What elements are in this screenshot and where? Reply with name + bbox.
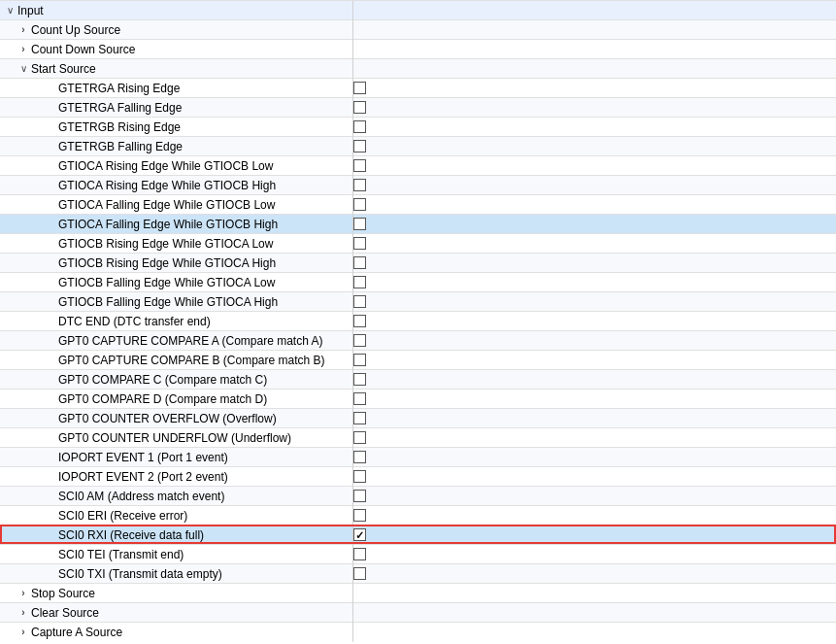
checkbox[interactable] <box>353 392 366 405</box>
tree-cell-checkbox[interactable] <box>353 218 392 230</box>
checkbox[interactable] <box>353 334 366 347</box>
tree-cell-checkbox[interactable] <box>353 451 392 463</box>
expand-icon[interactable]: › <box>17 627 29 638</box>
checkbox[interactable] <box>353 315 366 327</box>
tree-cell-checkbox[interactable] <box>353 198 392 211</box>
checkbox[interactable] <box>353 179 366 191</box>
checkbox[interactable] <box>353 159 366 172</box>
checkbox[interactable] <box>353 373 366 386</box>
tree-row[interactable]: GTETRGB Rising Edge <box>0 117 836 136</box>
tree-row[interactable]: GTETRGA Rising Edge <box>0 78 836 97</box>
tree-row[interactable]: SCI0 TEI (Transmit end) <box>0 544 836 563</box>
checkbox[interactable] <box>353 140 366 153</box>
checkbox[interactable] <box>353 101 366 114</box>
tree-row[interactable]: GTIOCB Rising Edge While GTIOCA High <box>0 253 836 272</box>
tree-cell-checkbox[interactable] <box>353 431 392 444</box>
tree-row[interactable]: GTIOCA Falling Edge While GTIOCB Low <box>0 194 836 214</box>
tree-row[interactable]: ∨Start Source <box>0 58 836 78</box>
checkbox[interactable] <box>353 490 366 502</box>
tree-row[interactable]: ›Capture A Source <box>0 622 836 641</box>
tree-cell-checkbox[interactable] <box>353 315 392 327</box>
tree-cell-label: ›Capture A Source <box>4 623 353 642</box>
tree-row[interactable]: GTIOCB Falling Edge While GTIOCA Low <box>0 272 836 291</box>
tree-row[interactable]: ›Count Down Source <box>0 39 836 58</box>
checkbox[interactable] <box>353 528 366 541</box>
checkbox[interactable] <box>353 82 366 94</box>
row-label-text: GPT0 CAPTURE COMPARE B (Compare match B) <box>58 351 325 370</box>
tree-row[interactable]: GPT0 COMPARE C (Compare match C) <box>0 369 836 389</box>
tree-cell-checkbox[interactable] <box>353 490 392 502</box>
tree-cell-checkbox[interactable] <box>353 120 392 133</box>
tree-cell-checkbox[interactable] <box>353 392 392 405</box>
tree-row[interactable]: GPT0 COUNTER OVERFLOW (Overflow) <box>0 408 836 427</box>
tree-row[interactable]: SCI0 AM (Address match event) <box>0 486 836 505</box>
tree-row[interactable]: ∨Input <box>0 0 836 19</box>
tree-cell-label: GTETRGB Rising Edge <box>4 118 353 137</box>
tree-cell-label: SCI0 TXI (Transmit data empty) <box>4 564 353 584</box>
row-label-text: SCI0 ERI (Receive error) <box>58 506 187 525</box>
tree-row[interactable]: GPT0 CAPTURE COMPARE A (Compare match A) <box>0 330 836 350</box>
tree-cell-checkbox[interactable] <box>353 159 392 172</box>
collapse-icon[interactable]: ∨ <box>4 5 16 17</box>
tree-cell-checkbox[interactable] <box>353 179 392 191</box>
row-label-text: Count Up Source <box>31 20 120 40</box>
tree-cell-checkbox[interactable] <box>353 276 392 288</box>
checkbox[interactable] <box>353 412 366 424</box>
tree-row[interactable]: GTIOCA Falling Edge While GTIOCB High <box>0 214 836 233</box>
expand-icon[interactable]: › <box>17 607 29 619</box>
checkbox[interactable] <box>353 451 366 463</box>
checkbox[interactable] <box>353 295 366 308</box>
checkbox[interactable] <box>353 218 366 230</box>
tree-row[interactable]: SCI0 RXI (Receive data full) <box>0 525 836 544</box>
tree-cell-checkbox[interactable] <box>353 237 392 250</box>
tree-cell-checkbox[interactable] <box>353 334 392 347</box>
tree-cell-checkbox[interactable] <box>353 548 392 560</box>
checkbox[interactable] <box>353 431 366 444</box>
tree-cell-checkbox[interactable] <box>353 509 392 522</box>
tree-row[interactable]: ›Count Up Source <box>0 19 836 39</box>
expand-icon[interactable]: › <box>17 44 29 55</box>
tree-cell-checkbox[interactable] <box>353 82 392 94</box>
tree-row[interactable]: SCI0 TXI (Transmit data empty) <box>0 563 836 583</box>
tree-cell-checkbox[interactable] <box>353 354 392 366</box>
tree-row[interactable]: SCI0 ERI (Receive error) <box>0 505 836 525</box>
checkbox[interactable] <box>353 256 366 269</box>
tree-row[interactable]: GPT0 COUNTER UNDERFLOW (Underflow) <box>0 427 836 447</box>
tree-cell-checkbox[interactable] <box>353 295 392 308</box>
tree-row[interactable]: GTIOCA Rising Edge While GTIOCB High <box>0 175 836 194</box>
checkbox[interactable] <box>353 198 366 211</box>
tree-cell-checkbox[interactable] <box>353 470 392 483</box>
tree-cell-checkbox[interactable] <box>353 373 392 386</box>
checkbox[interactable] <box>353 276 366 288</box>
checkbox[interactable] <box>353 548 366 560</box>
tree-row[interactable]: GTETRGB Falling Edge <box>0 136 836 155</box>
tree-cell-label: ∨Input <box>4 1 353 20</box>
tree-row[interactable]: GTETRGA Falling Edge <box>0 97 836 117</box>
tree-row[interactable]: GTIOCA Rising Edge While GTIOCB Low <box>0 155 836 175</box>
tree-cell-checkbox[interactable] <box>353 140 392 153</box>
expand-icon[interactable]: › <box>17 588 29 599</box>
checkbox[interactable] <box>353 470 366 483</box>
tree-row[interactable]: ›Stop Source <box>0 583 836 602</box>
tree-row[interactable]: GPT0 COMPARE D (Compare match D) <box>0 389 836 408</box>
tree-row[interactable]: GTIOCB Rising Edge While GTIOCA Low <box>0 233 836 253</box>
checkbox[interactable] <box>353 354 366 366</box>
tree-cell-checkbox[interactable] <box>353 567 392 580</box>
tree-row[interactable]: IOPORT EVENT 2 (Port 2 event) <box>0 466 836 486</box>
checkbox[interactable] <box>353 509 366 522</box>
tree-row[interactable]: DTC END (DTC transfer end) <box>0 311 836 330</box>
checkbox[interactable] <box>353 237 366 250</box>
tree-cell-label: GPT0 COMPARE D (Compare match D) <box>4 390 353 409</box>
tree-cell-checkbox[interactable] <box>353 412 392 424</box>
tree-cell-checkbox[interactable] <box>353 256 392 269</box>
expand-icon[interactable]: › <box>17 24 29 36</box>
tree-cell-checkbox[interactable] <box>353 101 392 114</box>
checkbox[interactable] <box>353 567 366 580</box>
checkbox[interactable] <box>353 120 366 133</box>
tree-cell-checkbox[interactable] <box>353 528 392 541</box>
tree-row[interactable]: IOPORT EVENT 1 (Port 1 event) <box>0 447 836 466</box>
tree-row[interactable]: GPT0 CAPTURE COMPARE B (Compare match B) <box>0 350 836 369</box>
collapse-icon[interactable]: ∨ <box>17 63 29 75</box>
tree-row[interactable]: ›Clear Source <box>0 602 836 622</box>
tree-row[interactable]: GTIOCB Falling Edge While GTIOCA High <box>0 291 836 311</box>
